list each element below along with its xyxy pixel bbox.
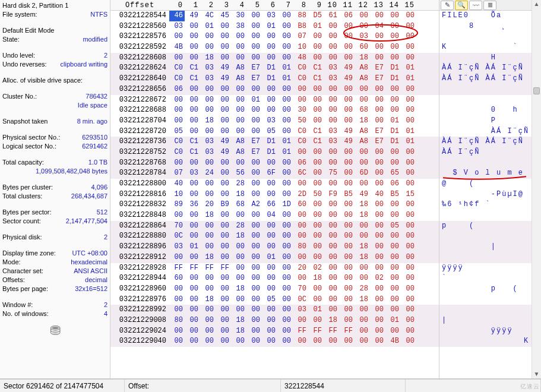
ascii-row[interactable]: p ( [439,221,531,232]
hex-byte[interactable]: 00 [370,42,385,53]
hex-row[interactable]: 03221228624C0C10349A8E7D101C0C10349A8E7D… [110,63,439,74]
ascii-row[interactable]: FILE0 Õa [439,11,531,21]
hex-byte[interactable]: 50 [293,116,308,127]
hex-byte[interactable]: 00 [385,84,401,95]
hex-byte[interactable]: A8 [355,74,370,84]
hex-byte[interactable]: 50 [308,189,324,200]
hex-byte[interactable]: 00 [277,21,293,32]
hex-byte[interactable]: 00 [401,116,416,127]
hex-byte[interactable]: D1 [385,137,401,147]
ascii-row[interactable] [439,31,531,42]
hex-byte[interactable]: 00 [277,168,293,179]
hex-byte[interactable]: 00 [200,95,216,106]
hex-byte[interactable]: 00 [262,179,277,189]
ascii-row[interactable]: | [439,242,531,252]
hex-byte[interactable]: 00 [339,105,355,116]
hex-byte[interactable]: 00 [277,95,293,106]
hex-byte[interactable]: 00 [277,53,293,64]
hex-byte[interactable]: 00 [185,84,200,95]
hex-byte[interactable]: B5 [385,189,401,200]
hex-byte[interactable]: 49 [339,137,355,147]
hex-byte[interactable]: 40 [370,189,385,200]
hex-byte[interactable]: 00 [185,295,200,305]
hex-byte[interactable]: 00 [401,53,416,64]
hex-byte[interactable]: 01 [262,252,277,263]
hex-byte[interactable]: 00 [169,305,185,315]
hex-byte[interactable]: 00 [185,95,200,106]
hex-byte[interactable]: C0 [293,127,308,137]
hex-byte[interactable]: 00 [324,231,339,242]
status-sector[interactable]: Sector 6291462 of 2147477504 [0,380,125,392]
hex-row[interactable]: 0322122904000000000000000000000000000004… [110,336,439,347]
hex-byte[interactable]: 00 [401,295,416,305]
hex-row[interactable]: 0322122889603010000000000008000000018000… [110,242,439,252]
ascii-row[interactable]: ÀÁ I¨çÑ [439,127,531,137]
hex-byte[interactable]: 40 [169,179,185,189]
hex-byte[interactable]: 00 [200,305,216,315]
row-address[interactable]: 03221228912 [110,252,169,263]
hex-byte[interactable]: 00 [246,21,262,32]
hex-byte[interactable]: 01 [308,21,324,32]
hex-byte[interactable]: 18 [355,295,370,305]
hex-byte[interactable]: A8 [231,63,246,74]
ascii-row[interactable] [439,158,531,169]
hex-byte[interactable]: C0 [169,147,185,158]
offset-header-label[interactable]: Offset [110,0,169,10]
hex-byte[interactable]: C1 [308,63,324,74]
row-address[interactable]: 03221228752 [110,147,169,158]
row-address[interactable]: 03221228800 [110,179,169,189]
hex-byte[interactable]: 06 [385,179,401,189]
ascii-row[interactable] [439,231,531,242]
row-address[interactable]: 03221228656 [110,84,169,95]
hex-byte[interactable]: 00 [216,284,231,295]
hex-byte[interactable]: 03 [324,137,339,147]
hex-byte[interactable]: 18 [200,53,216,64]
hex-byte[interactable]: 00 [231,158,246,169]
row-address[interactable]: 03221228816 [110,189,169,200]
hex-byte[interactable]: 00 [169,53,185,64]
hex-byte[interactable]: 89 [169,200,185,210]
hex-row[interactable]: 0322122867200000000000100000000000000000… [110,95,439,106]
hex-byte[interactable]: C1 [308,137,324,147]
hex-byte[interactable]: 00 [308,31,324,42]
hex-byte[interactable]: 00 [216,116,231,127]
hex-col-7[interactable]: 7 [277,1,293,10]
hex-byte[interactable]: 00 [308,210,324,221]
hex-byte[interactable]: 00 [324,31,339,42]
hex-byte[interactable]: 00 [231,242,246,252]
hex-byte[interactable]: 00 [385,158,401,169]
undo-rev-value[interactable]: clipboard writing [61,60,107,69]
hex-byte[interactable]: 00 [370,295,385,305]
hex-col-12[interactable]: 12 [355,1,370,10]
hex-byte[interactable]: 00 [231,42,246,53]
hex-byte[interactable]: 00 [246,31,262,42]
hex-byte[interactable]: 00 [355,326,370,337]
hex-byte[interactable]: 00 [246,315,262,326]
hex-byte[interactable]: 00 [401,315,416,326]
hex-byte[interactable]: 00 [262,158,277,169]
hex-byte[interactable]: 04 [370,21,385,32]
hex-byte[interactable]: 00 [246,116,262,127]
hex-byte[interactable]: 00 [385,263,401,274]
hex-byte[interactable]: 00 [339,158,355,169]
hex-byte[interactable]: 00 [308,116,324,127]
hex-byte[interactable]: 00 [324,84,339,95]
ascii-row[interactable] [439,95,531,106]
hex-byte[interactable]: 00 [200,326,216,337]
row-address[interactable]: 03221228592 [110,42,169,53]
hex-byte[interactable]: 01 [401,137,416,147]
ascii-row[interactable]: ÀÁ I¨çÑ [439,147,531,158]
hex-byte[interactable]: 00 [246,273,262,284]
mode-value[interactable]: hexadecimal [71,258,107,267]
hex-byte[interactable]: 00 [324,305,339,315]
hex-byte[interactable]: C1 [308,127,324,137]
hex-byte[interactable]: 80 [169,315,185,326]
hex-byte[interactable]: 03 [262,116,277,127]
row-address[interactable]: 03221228608 [110,53,169,64]
hex-byte[interactable]: 00 [339,95,355,106]
hex-byte[interactable]: 00 [185,336,200,347]
hex-byte[interactable]: 00 [200,179,216,189]
hex-byte[interactable]: 00 [262,263,277,274]
hex-row[interactable]: 0322122854446494C453000030088D5610600000… [110,11,439,21]
hex-byte[interactable]: 05 [262,295,277,305]
